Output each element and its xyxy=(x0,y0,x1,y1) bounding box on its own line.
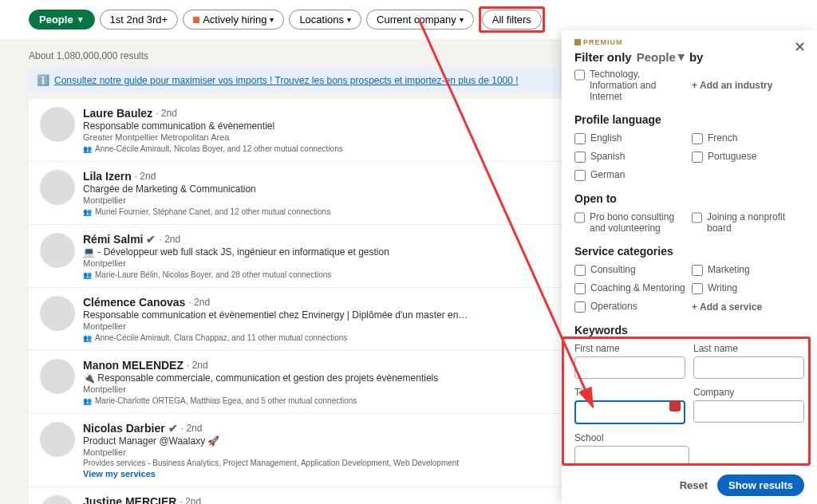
ext-badge-icon xyxy=(669,400,681,411)
avatar xyxy=(40,296,75,331)
person-row: Rémi Salmi ✔· 2nd 💻 - Développeur web fu… xyxy=(29,225,643,288)
filter-hiring[interactable]: Actively hiring▾ xyxy=(183,10,284,30)
premium-badge: PREMIUM xyxy=(574,38,804,46)
avatar xyxy=(40,233,75,268)
filter-panel: PREMIUM Filter only People ▾ by ✕ Techno… xyxy=(562,30,817,504)
person-role: 🔌 Responsable commerciale, communication… xyxy=(83,372,558,384)
person-services: Provides services - Business Analytics, … xyxy=(83,459,558,467)
serv-marketing-checkbox[interactable]: Marketing xyxy=(692,264,804,276)
kw-sc-label: School xyxy=(574,432,689,443)
person-name[interactable]: Justine MERCIER xyxy=(83,495,176,504)
people-dropdown[interactable]: People ▾ xyxy=(637,49,685,64)
by-label: by xyxy=(689,50,704,64)
verified-icon: ✔ xyxy=(146,233,156,246)
person-row: Justine MERCIER · 2nd Responsable market… xyxy=(29,487,643,504)
person-role: Responsable communication & évènementiel xyxy=(83,120,558,132)
filter-connections[interactable]: 1st 2nd 3rd+ xyxy=(100,10,179,30)
chevron-down-icon: ▾ xyxy=(270,15,274,24)
mutual-icon: 👥 xyxy=(83,334,92,342)
person-name[interactable]: Nicolas Darbier xyxy=(83,422,165,435)
open-probono-checkbox[interactable]: Pro bono consulting and volunteering xyxy=(574,211,687,234)
banner-link[interactable]: Consultez notre guide pour maximiser vos… xyxy=(54,75,519,86)
mutual-icon: 👥 xyxy=(83,271,92,279)
person-location: Montpellier xyxy=(83,447,558,457)
person-role: Product Manager @Waalaxy 🚀 xyxy=(83,435,558,447)
mutual-connections: Marie-Laure Bélin, Nicolas Boyer, and 28… xyxy=(95,270,331,279)
person-row: Nicolas Darbier ✔· 2nd Product Manager @… xyxy=(29,414,643,487)
degree: · 2nd xyxy=(181,423,203,434)
degree: · 2nd xyxy=(156,108,177,119)
person-name[interactable]: Lila Izern xyxy=(83,170,132,183)
serv-writing-checkbox[interactable]: Writing xyxy=(692,282,804,294)
serv-coaching-checkbox[interactable]: Coaching & Mentoring xyxy=(574,282,687,294)
chevron-down-icon: ▾ xyxy=(347,15,351,24)
kw-fn-input[interactable] xyxy=(574,356,685,379)
chevron-down-icon: ▼ xyxy=(77,15,85,24)
avatar xyxy=(40,359,75,394)
person-row: Clémence Canovas · 2nd Responsable commu… xyxy=(29,288,643,351)
lang-header: Profile language xyxy=(574,113,804,126)
kw-sc-input[interactable] xyxy=(574,446,689,466)
verified-icon: ✔ xyxy=(168,422,178,435)
degree: · 2nd xyxy=(187,360,208,371)
info-icon: ℹ️ xyxy=(37,74,49,86)
avatar xyxy=(40,422,75,457)
reset-button[interactable]: Reset xyxy=(680,479,708,491)
serv-operations-checkbox[interactable]: Operations xyxy=(574,301,687,313)
all-filters-highlight: All filters xyxy=(479,6,545,33)
mutual-connections: Anne-Cécile Amirault, Nicolas Boyer, and… xyxy=(95,144,343,153)
chevron-down-icon: ▾ xyxy=(678,49,685,64)
person-name[interactable]: Clémence Canovas xyxy=(83,296,185,309)
hiring-dot-icon xyxy=(193,17,199,23)
lang-fr-checkbox[interactable]: French xyxy=(692,132,804,144)
kw-ti-label: Title xyxy=(574,387,685,398)
person-name[interactable]: Rémi Salmi xyxy=(83,233,143,246)
view-services-link[interactable]: View my services xyxy=(83,469,558,478)
open-header: Open to xyxy=(574,192,804,205)
person-role: 💻 - Développeur web full stack JS, ingén… xyxy=(83,246,558,258)
filter-all[interactable]: All filters xyxy=(482,10,542,30)
open-nonprofit-checkbox[interactable]: Joining a nonprofit board xyxy=(692,211,804,234)
lang-pt-checkbox[interactable]: Portuguese xyxy=(692,151,804,163)
person-row: Manon MELENDEZ · 2nd 🔌 Responsable comme… xyxy=(29,351,643,414)
degree: · 2nd xyxy=(180,496,201,504)
avatar xyxy=(40,495,75,504)
import-banner: ℹ️ Consultez notre guide pour maximiser … xyxy=(29,68,643,93)
add-industry[interactable]: + Add an industry xyxy=(692,69,804,102)
mutual-connections: Marie-Charlotte ORTEGA, Matthias Egea, a… xyxy=(95,396,357,405)
person-name[interactable]: Laure Baulez xyxy=(83,107,152,120)
industry-checkbox[interactable]: Technology, Information and Internet xyxy=(574,69,687,102)
serv-consulting-checkbox[interactable]: Consulting xyxy=(574,264,687,276)
degree: · 2nd xyxy=(159,234,180,245)
kw-co-input[interactable] xyxy=(693,400,804,423)
kw-ln-input[interactable] xyxy=(693,356,804,379)
avatar xyxy=(40,170,75,205)
kw-header: Keywords xyxy=(574,324,804,337)
kw-ln-label: Last name xyxy=(693,343,804,354)
serv-header: Service categories xyxy=(574,245,804,258)
person-name[interactable]: Manon MELENDEZ xyxy=(83,359,184,372)
lang-en-checkbox[interactable]: English xyxy=(574,132,687,144)
person-row: Lila Izern · 2nd Chargée de Marketing & … xyxy=(29,162,643,225)
chevron-down-icon: ▾ xyxy=(460,15,464,24)
lang-de-checkbox[interactable]: German xyxy=(574,169,687,181)
mutual-icon: 👥 xyxy=(83,145,92,153)
mutual-connections: Muriel Fournier, Stéphane Canet, and 12 … xyxy=(95,207,330,216)
person-location: Montpellier xyxy=(83,321,558,331)
add-service[interactable]: + Add a service xyxy=(692,301,804,313)
person-location: Montpellier xyxy=(83,195,558,205)
close-icon[interactable]: ✕ xyxy=(794,38,806,56)
filter-people[interactable]: People▼ xyxy=(29,10,95,30)
person-location: Greater Montpellier Metropolitan Area xyxy=(83,132,558,142)
kw-co-label: Company xyxy=(693,387,804,398)
filter-company[interactable]: Current company▾ xyxy=(366,10,474,30)
filter-locations[interactable]: Locations▾ xyxy=(289,10,361,30)
person-role: Responsable communication et évènementie… xyxy=(83,309,558,321)
lang-es-checkbox[interactable]: Spanish xyxy=(574,151,687,163)
person-location: Montpellier xyxy=(83,384,558,394)
person-location: Montpellier xyxy=(83,258,558,268)
show-results-button[interactable]: Show results xyxy=(717,474,804,496)
avatar xyxy=(40,107,75,142)
degree: · 2nd xyxy=(135,171,156,182)
person-role: Chargée de Marketing & Communication xyxy=(83,183,558,195)
